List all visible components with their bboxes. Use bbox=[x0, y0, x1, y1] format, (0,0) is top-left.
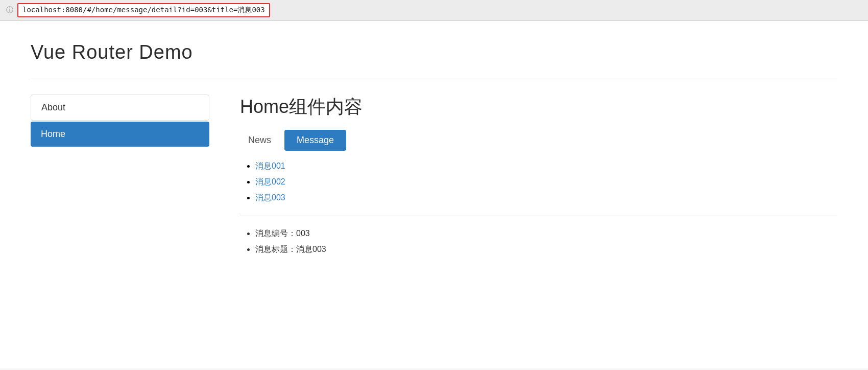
list-item: 消息003 bbox=[255, 193, 837, 203]
message-link-3[interactable]: 消息003 bbox=[255, 193, 285, 202]
message-link-1[interactable]: 消息001 bbox=[255, 161, 285, 170]
url-display[interactable]: localhost:8080/#/home/message/detail?id=… bbox=[17, 3, 270, 17]
tab-bar: News Message bbox=[240, 130, 837, 151]
main-layout: About Home Home组件内容 News Message 消息001 消… bbox=[31, 95, 837, 260]
page-title: Vue Router Demo bbox=[31, 41, 837, 63]
page-wrapper: Vue Router Demo About Home Home组件内容 News… bbox=[0, 21, 868, 368]
nav-home[interactable]: Home bbox=[31, 122, 209, 147]
top-divider bbox=[31, 79, 837, 79]
list-item: 消息002 bbox=[255, 177, 837, 188]
detail-list: 消息编号：003 消息标题：消息003 bbox=[240, 228, 837, 255]
left-nav: About Home bbox=[31, 95, 209, 148]
nav-about[interactable]: About bbox=[31, 95, 209, 121]
inner-divider bbox=[240, 216, 837, 216]
detail-id: 消息编号：003 bbox=[255, 228, 837, 239]
tab-message[interactable]: Message bbox=[284, 130, 346, 151]
address-bar: ⓘ localhost:8080/#/home/message/detail?i… bbox=[0, 0, 868, 21]
message-list: 消息001 消息002 消息003 bbox=[240, 161, 837, 203]
list-item: 消息001 bbox=[255, 161, 837, 172]
tab-news[interactable]: News bbox=[240, 131, 279, 150]
info-icon: ⓘ bbox=[6, 6, 13, 15]
detail-title: 消息标题：消息003 bbox=[255, 244, 837, 255]
message-link-2[interactable]: 消息002 bbox=[255, 177, 285, 186]
right-content: Home组件内容 News Message 消息001 消息002 消息003 bbox=[240, 95, 837, 260]
home-component-title: Home组件内容 bbox=[240, 95, 837, 120]
